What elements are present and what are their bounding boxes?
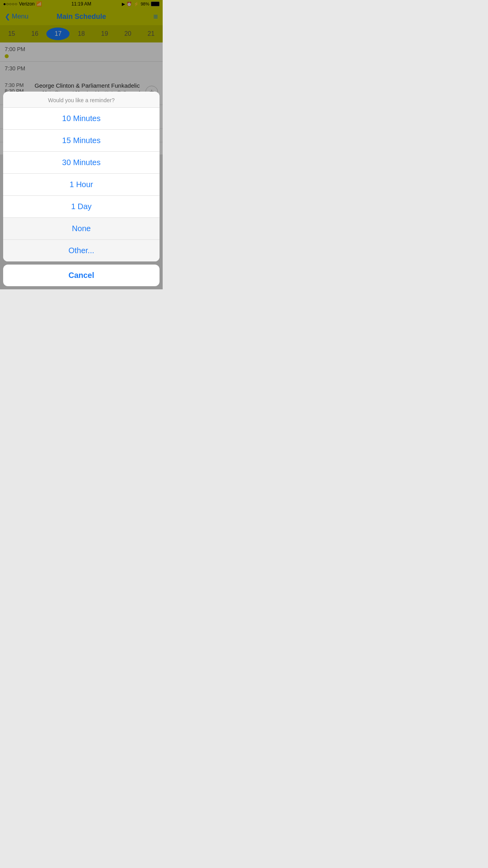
reminder-15min-button[interactable]: 15 Minutes bbox=[3, 130, 160, 152]
action-cancel-group: Cancel bbox=[3, 265, 160, 286]
reminder-none-button[interactable]: None bbox=[3, 218, 160, 240]
reminder-30min-button[interactable]: 30 Minutes bbox=[3, 152, 160, 174]
action-sheet-main: Would you like a reminder? 10 Minutes 15… bbox=[3, 92, 160, 261]
reminder-1day-button[interactable]: 1 Day bbox=[3, 196, 160, 218]
action-sheet: Would you like a reminder? 10 Minutes 15… bbox=[0, 92, 163, 289]
reminder-other-button[interactable]: Other... bbox=[3, 240, 160, 261]
action-sheet-title: Would you like a reminder? bbox=[3, 92, 160, 108]
overlay: Would you like a reminder? 10 Minutes 15… bbox=[0, 0, 163, 289]
cancel-button[interactable]: Cancel bbox=[3, 265, 160, 286]
reminder-10min-button[interactable]: 10 Minutes bbox=[3, 108, 160, 130]
reminder-1hour-button[interactable]: 1 Hour bbox=[3, 174, 160, 196]
